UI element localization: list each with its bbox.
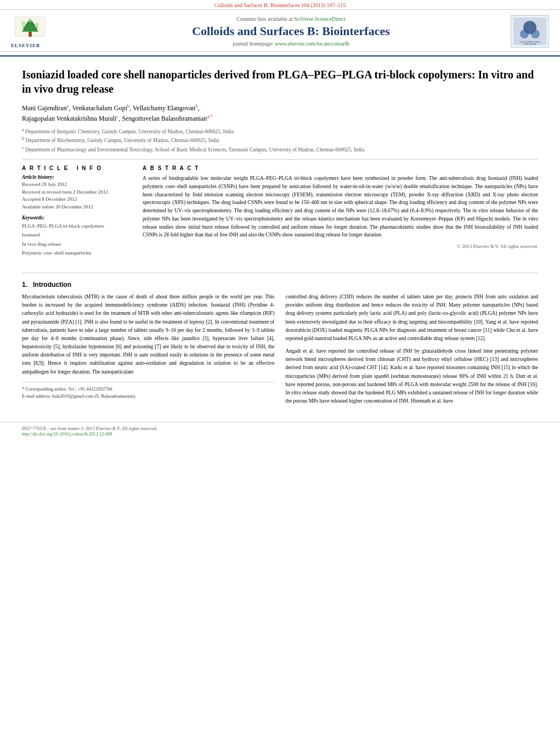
journal-citation: Colloids and Surfaces B: Biointerfaces 1… <box>214 2 346 8</box>
authors: Mani Gajendirana, Venkatachalam Gopib, V… <box>22 103 538 123</box>
divider-line <box>22 159 538 160</box>
article-body: Isoniazid loaded core shell nanoparticle… <box>0 56 560 273</box>
introduction-body: Mycobacterium tuberculosis (MTB) is the … <box>22 293 538 405</box>
svg-point-4 <box>22 21 26 27</box>
introduction-heading: 1. Introduction <box>22 281 538 289</box>
intro-right-text: controlled drug delivery (CDD) reduces t… <box>286 293 539 343</box>
section-divider <box>22 273 538 273</box>
copyright-line: © 2013 Elsevier B.V. All rights reserved… <box>143 244 538 249</box>
svg-text:SURFACES B: SURFACES B <box>523 43 536 45</box>
elsevier-logo: ELSEVIER <box>11 14 60 48</box>
journal-title: Colloids and Surfaces B: Biointerfaces <box>192 24 390 38</box>
intro-left-text: Mycobacterium tuberculosis (MTB) is the … <box>22 293 275 376</box>
elsevier-label: ELSEVIER <box>11 43 41 48</box>
article-info-abstract: A R T I C L E I N F O Article history: R… <box>22 165 538 262</box>
main-content: 1. Introduction Mycobacterium tuberculos… <box>0 281 560 416</box>
article-title: Isoniazid loaded core shell nanoparticle… <box>22 67 538 96</box>
svg-point-5 <box>35 22 38 27</box>
affiliations: a Department of Inorganic Chemistry, Gui… <box>22 127 538 154</box>
journal-top-bar: Colloids and Surfaces B: Biointerfaces 1… <box>0 0 560 10</box>
journal-center: Contents lists available at SciVerse Sci… <box>71 16 511 47</box>
footer-issn: 0927-7765/$ – see front matter © 2013 El… <box>22 426 538 431</box>
elsevier-tree-icon <box>11 14 49 42</box>
available-date: Available online 20 December 2012 <box>22 203 132 211</box>
footnote-area: * Corresponding author. Tel.: +91 442222… <box>22 382 275 400</box>
svg-point-6 <box>29 18 31 22</box>
article-info-heading: A R T I C L E I N F O <box>22 165 132 171</box>
corresponding-footnote: * Corresponding author. Tel.: +91 442222… <box>22 386 275 393</box>
svg-rect-1 <box>29 32 31 37</box>
page-footer: 0927-7765/$ – see front matter © 2013 El… <box>0 422 560 440</box>
abstract-heading: A B S T R A C T <box>143 165 538 171</box>
svg-point-9 <box>520 30 529 38</box>
keywords-label: Keywords: <box>22 215 132 220</box>
intro-right-text-2: Angadi et al. have reported the controll… <box>286 347 539 405</box>
article-info-panel: A R T I C L E I N F O Article history: R… <box>22 165 132 262</box>
journal-main-header: ELSEVIER Contents lists available at Sci… <box>0 10 560 52</box>
revised-date: Received in revised form 2 December 2012 <box>22 189 132 196</box>
abstract-text: A series of biodegradable low molecular … <box>143 174 538 239</box>
journal-header: Colloids and Surfaces B: Biointerfaces 1… <box>0 0 560 56</box>
intro-right-col: controlled drug delivery (CDD) reduces t… <box>286 293 539 405</box>
keywords-section: Keywords: PLGA–PEG–PLGA tri-block copoly… <box>22 215 132 257</box>
article-history-label: Article history: <box>22 174 132 180</box>
email-footnote: E-mail address: bala2010@gmail.com (S. B… <box>22 393 275 400</box>
footer-doi[interactable]: http://dx.doi.org/10.1016/j.colsurfb.201… <box>22 431 538 437</box>
received-date: Received 29 July 2012 <box>22 181 132 189</box>
homepage-line: journal homepage: www.elsevier.com/locat… <box>233 41 349 47</box>
sciverse-link[interactable]: SciVerse ScienceDirect <box>294 16 346 22</box>
svg-point-10 <box>531 30 540 38</box>
homepage-url[interactable]: www.elsevier.com/locate/colsurfb <box>275 41 349 47</box>
article-abstract-panel: A B S T R A C T A series of biodegradabl… <box>143 165 538 262</box>
journal-logo-right: COLLOIDS AND SURFACES B <box>511 15 549 48</box>
page: Colloids and Surfaces B: Biointerfaces 1… <box>0 0 560 741</box>
intro-left-col: Mycobacterium tuberculosis (MTB) is the … <box>22 293 275 405</box>
colloids-logo-icon: COLLOIDS AND SURFACES B <box>513 18 546 45</box>
contents-line: Contents lists available at SciVerse Sci… <box>236 16 346 22</box>
accepted-date: Accepted 8 December 2012 <box>22 196 132 203</box>
keywords-list: PLGA–PEG–PLGA tri-block copolymers Isoni… <box>22 222 132 257</box>
article-history: Article history: Received 29 July 2012 R… <box>22 174 132 211</box>
